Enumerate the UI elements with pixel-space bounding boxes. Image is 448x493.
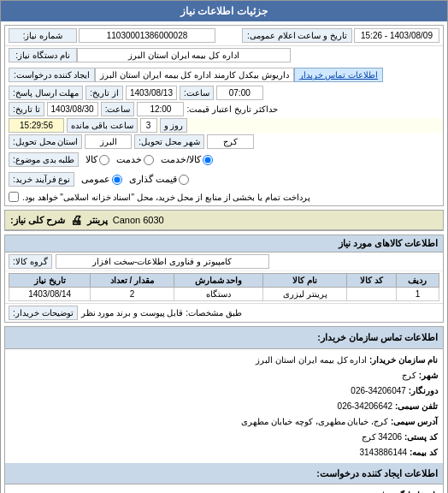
khedmat-radio[interactable] <box>144 155 154 165</box>
omumi-label: عمومی <box>81 174 110 185</box>
send-to-hour: 12:00 <box>137 102 184 116</box>
buyer-code1-value: 3143886144 <box>359 448 407 457</box>
printer-icon: 🖨 <box>70 213 82 227</box>
cell-row: 1 <box>396 288 439 301</box>
col-row: ردیف <box>396 274 439 288</box>
send-to-row: تا تاریخ: 1403/08/30 ساعت: 12:00 حداکثر … <box>5 102 443 116</box>
price-radio[interactable] <box>179 175 189 185</box>
printer-label: پرینتر <box>87 215 108 226</box>
remaining-days: 3 <box>140 118 157 133</box>
send-from-row: مهلت ارسال پاسخ: از تاریخ: 1403/08/13 سا… <box>5 86 443 100</box>
buyer-address: آدرس سیمی: کرج، خیابان مطهری، کوچه خیابا… <box>10 414 438 429</box>
buyer-info-section: اطلاعات تماس سازمان خریدار: نام سازمان خ… <box>4 326 444 493</box>
both-radio[interactable] <box>203 155 213 165</box>
purchase-type-label: نوع فرآیند خرید: <box>9 172 74 187</box>
page-title: جزئیات اطلاعات نیاز <box>180 5 268 17</box>
send-time-label: مهلت ارسال پاسخ: <box>9 86 83 100</box>
items-title: اطلاعات کالاهای مورد نیاز <box>5 235 443 252</box>
org-name-value: اداره کل بیمه ایران استان البرز <box>77 48 291 62</box>
col-unit: واحد شمارش <box>174 274 263 288</box>
kala-radio[interactable] <box>99 155 109 165</box>
col-name: نام کالا <box>263 274 347 288</box>
buyer-code1-label: کد بیمه: <box>410 448 438 457</box>
purchase-omumi[interactable]: عمومی <box>81 174 122 185</box>
notes-row: توضیحات خریدار: طبق مشخصات: قابل پیوست و… <box>5 303 443 322</box>
date-label: تاریخ و ساعت اعلام عمومی: <box>242 28 352 43</box>
price-label: قیمت گذاری <box>129 174 177 185</box>
buyer-info-title: اطلاعات تماس سازمان خریدار: <box>5 327 443 349</box>
col-code: کد کالا <box>347 274 397 288</box>
remaining-time-label: ساعت باقی مانده <box>67 118 138 133</box>
remaining-label: حداکثر تاریخ اعتبار قیمت: <box>186 104 277 114</box>
printer-header: شرح کلی نیاز: 🖨 پرینتر Canon 6030 <box>5 211 443 230</box>
items-section: اطلاعات کالاهای مورد نیاز گروه کالا: کام… <box>4 235 444 323</box>
date-value: 1403/08/09 - 15:26 <box>354 28 439 43</box>
buyer-city-label: شهر: <box>419 371 438 380</box>
both-label: کالا/خدمت <box>161 154 201 165</box>
buyer-postal: دورنگار: 34206047-026 <box>10 383 438 398</box>
org-name-label: نام دستگاه نیاز: <box>9 48 77 62</box>
buyer-fax-value: 34206642-026 <box>338 401 393 411</box>
cell-code <box>347 288 397 301</box>
order-number-value: 11030001386000028 <box>79 28 215 43</box>
request-type-option-khedmat[interactable]: خدمت <box>116 154 154 165</box>
order-number-field: شماره نیاز: 11030001386000028 <box>9 28 215 43</box>
send-from-label: از تاریخ: <box>85 86 123 100</box>
esnad-checkbox[interactable] <box>9 192 19 202</box>
city-value: کرج <box>207 134 254 149</box>
org-name-row: نام دستگاه نیاز: اداره کل بیمه ایران است… <box>5 46 443 64</box>
page-header: جزئیات اطلاعات نیاز <box>1 1 447 21</box>
group-label: گروه کالا: <box>9 254 52 269</box>
cell-unit: دستگاه <box>174 288 263 301</box>
supplier-row: ایجاد کننده درخواست: داریوش بیکدل کارمند… <box>5 66 443 84</box>
req-name: نام خانوادگی: داریوش <box>10 488 438 493</box>
request-type-option-both[interactable]: کالا/خدمت <box>161 154 213 165</box>
buyer-city-value: کرج <box>402 371 416 380</box>
request-type-option-kala[interactable]: کالا <box>85 154 109 165</box>
cell-date: 1403/08/14 <box>9 288 91 301</box>
items-table-container: ردیف کد کالا نام کالا واحد شمارش مقدار /… <box>5 271 443 303</box>
send-from-hour: 07:00 <box>216 86 263 100</box>
buyer-city: شهر: کرج <box>10 368 438 383</box>
table-row: 1پرینتر لیزریدستگاه21403/08/14 <box>9 288 439 301</box>
checkbox-row: پرداخت تمام یا بخشی از منابع از محل خرید… <box>5 190 443 205</box>
city-label: شهر محل تحویل: <box>134 134 203 149</box>
kala-label: کالا <box>85 154 97 165</box>
printer-value: Canon 6030 <box>113 215 164 225</box>
buyer-postal-value: 34206047-026 <box>351 386 406 395</box>
buyer-fax-label: تلفن سیمی: <box>395 401 438 411</box>
order-number-label: شماره نیاز: <box>9 28 77 43</box>
supplier-value: داریوش بیکدل کارمند اداره کل بیمه ایران … <box>95 68 293 82</box>
remaining-time: 15:29:56 <box>9 118 64 133</box>
buyer-name-value: اداره کل بیمه ایران استان البرز <box>256 355 367 365</box>
send-to-label: تا تاریخ: <box>9 102 44 116</box>
buyer-address-label: آدرس سیمی: <box>391 417 438 426</box>
group-value: کامپیوتر و فناوری اطلاعات-سخت افزار <box>56 254 269 269</box>
omumi-radio[interactable] <box>112 175 122 185</box>
cell-name: پرینتر لیزری <box>263 288 347 301</box>
supplier-link[interactable]: اطلاعات تماس خریدار <box>294 68 384 82</box>
checkbox-label: پرداخت تمام یا بخشی از منابع از محل خرید… <box>22 193 310 202</box>
printer-section: شرح کلی نیاز: 🖨 پرینتر Canon 6030 <box>4 210 444 231</box>
main-info-section: شماره نیاز: 11030001386000028 تاریخ و سا… <box>4 25 444 206</box>
col-qty: مقدار / تعداد <box>91 274 174 288</box>
buyer-name-label: نام سازمان خریدار: <box>369 355 438 365</box>
delivery-label: استان محل تحویل: <box>9 134 82 149</box>
send-from-date: 1403/08/13 <box>126 86 177 100</box>
buyer-info-title2: اطلاعات ایجاد کننده درخواست: <box>5 463 443 485</box>
printer-section-label: شرح کلی نیاز: <box>10 215 65 226</box>
remaining-row: 15:29:56 ساعت باقی مانده 3 روز و <box>5 118 443 133</box>
remaining-days-label: روز و <box>160 118 188 133</box>
request-type-label: طلبه بدی موضوع: <box>9 152 79 167</box>
request-type-row: طلبه بدی موضوع: کالا خدمت کالا/خدمت <box>5 151 443 169</box>
buyer-zip: کد پستی: 34206 کرج <box>10 430 438 444</box>
col-date: تاریخ نیاز <box>9 274 91 288</box>
send-to-date: 1403/08/30 <box>47 102 98 116</box>
buyer-address-value: کرج، خیابان مطهری، کوچه خیابان مطهری <box>241 417 388 426</box>
send-from-hour-label: ساعت: <box>180 86 214 100</box>
buyer-zip-value: 34206 کرج <box>362 432 403 442</box>
buyer-fax: تلفن سیمی: 34206642-026 <box>10 399 438 413</box>
khedmat-label: خدمت <box>116 154 142 165</box>
group-row: گروه کالا: کامپیوتر و فناوری اطلاعات-سخت… <box>5 252 443 271</box>
purchase-price[interactable]: قیمت گذاری <box>129 174 189 185</box>
